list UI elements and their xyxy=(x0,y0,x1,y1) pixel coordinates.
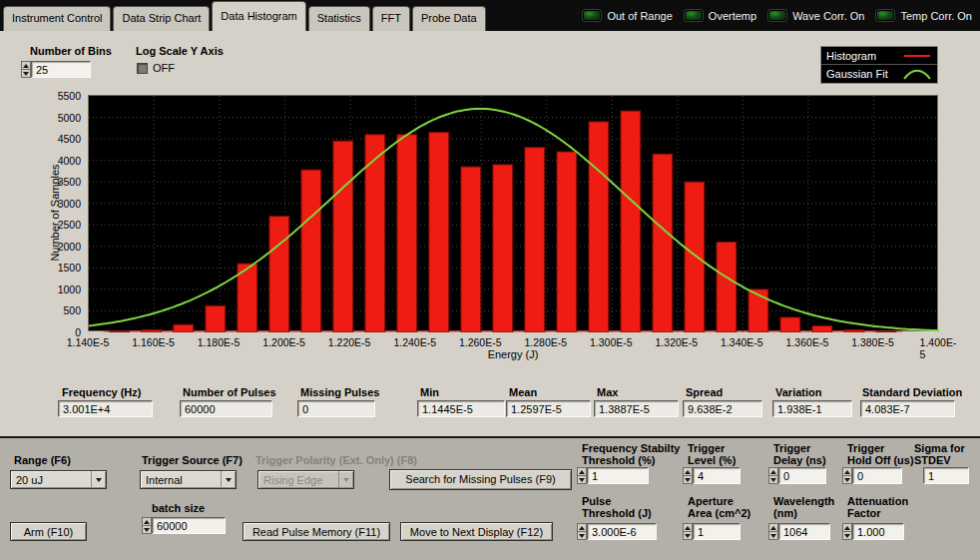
aperture-label-line2: Area (cm^2) xyxy=(688,507,750,519)
aperture-spinner[interactable] xyxy=(683,523,693,540)
y-tick-label: 5000 xyxy=(58,112,81,124)
bins-increment-icon[interactable] xyxy=(21,61,31,70)
overtemp-label: Overtemp xyxy=(709,10,756,22)
search-missing-pulses-button[interactable]: Search for Missing Pulses (F9) xyxy=(389,469,572,490)
log-scale-label: Log Scale Y Axis xyxy=(136,45,224,57)
missing-pulses-value: 0 xyxy=(297,400,375,417)
freq-stability-decrement-icon[interactable] xyxy=(577,476,587,484)
y-tick-label: 3000 xyxy=(58,198,81,210)
temp-corr-led-icon xyxy=(876,10,894,21)
arm-button[interactable]: Arm (F10) xyxy=(10,522,87,541)
legend-histogram-row[interactable]: Histogram xyxy=(821,47,937,65)
range-dropdown[interactable]: 20 uJ xyxy=(10,470,107,489)
tab-probe-data[interactable]: Probe Data xyxy=(412,6,486,31)
trigger-level-spinner[interactable] xyxy=(683,467,693,484)
trigger-holdoff-spinner[interactable] xyxy=(842,467,852,484)
freq-stability-increment-icon[interactable] xyxy=(577,467,587,476)
tab-fft[interactable]: FFT xyxy=(372,6,410,31)
gaussian-curve-icon xyxy=(902,68,932,81)
y-tick-label: 1500 xyxy=(58,262,81,274)
freq-stability-control[interactable]: 1 xyxy=(577,467,649,484)
wavelength-spinner[interactable] xyxy=(768,523,778,540)
frequency-label: Frequency (Hz) xyxy=(62,386,141,398)
pulse-threshold-increment-icon[interactable] xyxy=(577,523,587,532)
number-of-bins-control[interactable]: 25 xyxy=(21,61,91,78)
trigger-holdoff-input[interactable]: 0 xyxy=(852,467,902,484)
histogram-line-icon xyxy=(902,49,932,62)
trigger-delay-increment-icon[interactable] xyxy=(768,467,778,476)
max-label: Max xyxy=(597,386,618,398)
sigma-label-line1: Sigma for xyxy=(914,442,965,454)
trigger-source-dropdown-arrow-icon[interactable] xyxy=(221,471,236,488)
trigger-level-input[interactable]: 4 xyxy=(693,467,740,484)
batch-size-control[interactable]: 60000 xyxy=(142,517,226,534)
trigger-delay-control[interactable]: 0 xyxy=(768,467,826,484)
attenuation-spinner[interactable] xyxy=(842,523,852,540)
attenuation-input[interactable]: 1.000 xyxy=(852,523,904,540)
batch-size-decrement-icon[interactable] xyxy=(142,526,152,534)
wavelength-decrement-icon[interactable] xyxy=(768,532,778,540)
bins-value-input[interactable]: 25 xyxy=(31,61,91,78)
batch-size-increment-icon[interactable] xyxy=(142,517,152,526)
attenuation-increment-icon[interactable] xyxy=(842,523,852,532)
max-value: 1.3887E-5 xyxy=(594,400,679,417)
wavelength-increment-icon[interactable] xyxy=(768,523,778,532)
trigger-holdoff-control[interactable]: 0 xyxy=(842,467,902,484)
x-tick-label: 1.360E-5 xyxy=(786,336,829,348)
trigger-level-increment-icon[interactable] xyxy=(683,467,693,476)
tab-data-histogram[interactable]: Data Histogram xyxy=(212,1,305,31)
freq-stability-spinner[interactable] xyxy=(577,467,587,484)
trigger-delay-input[interactable]: 0 xyxy=(778,467,826,484)
range-dropdown-arrow-icon[interactable] xyxy=(91,471,106,488)
range-label: Range (F6) xyxy=(14,454,71,466)
trigger-delay-decrement-icon[interactable] xyxy=(768,476,778,484)
trigger-source-dropdown[interactable]: Internal xyxy=(140,470,237,489)
bins-spinner[interactable] xyxy=(21,61,31,78)
trigger-level-label-line2: Level (%) xyxy=(688,454,735,466)
temp-corr-label: Temp Corr. On xyxy=(900,10,972,22)
attenuation-decrement-icon[interactable] xyxy=(842,532,852,540)
aperture-decrement-icon[interactable] xyxy=(683,532,693,540)
pulse-threshold-input[interactable]: 3.000E-6 xyxy=(587,523,657,540)
frequency-value: 3.001E+4 xyxy=(58,400,153,417)
aperture-increment-icon[interactable] xyxy=(683,523,693,532)
attenuation-label-line2: Factor xyxy=(847,507,881,519)
bins-decrement-icon[interactable] xyxy=(21,70,31,78)
number-of-pulses-value: 60000 xyxy=(180,400,272,417)
trigger-delay-spinner[interactable] xyxy=(768,467,778,484)
pulse-threshold-label-line1: Pulse xyxy=(582,495,611,507)
trigger-holdoff-label-line2: Hold Off (us) xyxy=(847,454,914,466)
x-tick-label: 1.240E-5 xyxy=(393,336,436,348)
legend-gaussian-row[interactable]: Gaussian Fit xyxy=(821,65,937,83)
trigger-level-control[interactable]: 4 xyxy=(683,467,740,484)
mean-value: 1.2597E-5 xyxy=(506,400,591,417)
overtemp-led-icon xyxy=(685,10,703,21)
batch-size-label: batch size xyxy=(152,502,205,514)
batch-size-spinner[interactable] xyxy=(142,517,152,534)
move-next-display-button[interactable]: Move to Next Display (F12) xyxy=(400,522,553,541)
pulse-threshold-spinner[interactable] xyxy=(577,523,587,540)
trigger-level-decrement-icon[interactable] xyxy=(683,476,693,484)
wavelength-control[interactable]: 1064 xyxy=(768,523,830,540)
batch-size-input[interactable]: 60000 xyxy=(152,517,226,534)
log-scale-checkbox[interactable] xyxy=(137,63,148,74)
out-of-range-label: Out of Range xyxy=(607,10,672,22)
y-tick-label: 5500 xyxy=(58,90,81,102)
tab-data-strip-chart[interactable]: Data Strip Chart xyxy=(113,6,210,31)
trigger-holdoff-decrement-icon[interactable] xyxy=(842,476,852,484)
freq-stability-input[interactable]: 1 xyxy=(587,467,649,484)
tab-statistics[interactable]: Statistics xyxy=(308,6,370,31)
pulse-threshold-control[interactable]: 3.000E-6 xyxy=(577,523,657,540)
aperture-input[interactable]: 1 xyxy=(693,523,740,540)
wavelength-input[interactable]: 1064 xyxy=(778,523,830,540)
aperture-control[interactable]: 1 xyxy=(683,523,740,540)
x-tick-label: 1.380E-5 xyxy=(851,336,894,348)
read-pulse-memory-button[interactable]: Read Pulse Memory (F11) xyxy=(243,522,390,541)
trigger-holdoff-increment-icon[interactable] xyxy=(842,467,852,476)
attenuation-control[interactable]: 1.000 xyxy=(842,523,904,540)
trigger-polarity-dropdown: Rising Edge xyxy=(257,470,354,489)
log-scale-state-label: OFF xyxy=(153,62,175,74)
sigma-input[interactable]: 1 xyxy=(923,467,969,484)
pulse-threshold-decrement-icon[interactable] xyxy=(577,532,587,540)
tab-instrument-control[interactable]: Instrument Control xyxy=(3,6,111,31)
